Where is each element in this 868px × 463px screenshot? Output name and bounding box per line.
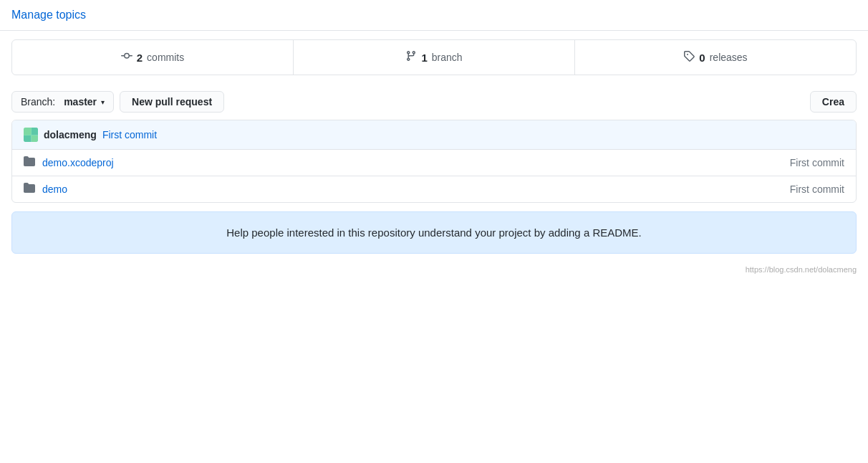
file-name-link[interactable]: demo [42,183,783,195]
tags-label: releases [710,52,748,63]
commit-author: dolacmeng [44,129,97,140]
readme-banner: Help people interested in this repositor… [11,211,857,254]
readme-banner-text: Help people interested in this repositor… [226,226,642,239]
folder-icon [24,156,35,170]
file-commit-message: First commit [790,183,844,195]
watermark-text: https://blog.csdn.net/dolacmeng [746,265,857,274]
file-name-link[interactable]: demo.xcodeproj [42,157,783,168]
branch-label: Branch: [21,96,55,108]
branch-selector[interactable]: Branch: master ▾ [11,91,114,113]
file-rows-container: demo.xcodeproj First commit demo First c… [12,150,856,202]
new-pull-request-button[interactable]: New pull request [120,91,224,113]
chevron-down-icon: ▾ [101,98,105,106]
commits-label: commits [147,52,184,63]
watermark: https://blog.csdn.net/dolacmeng [0,262,868,277]
branches-count: 1 [421,52,427,64]
folder-icon [24,182,35,196]
tags-count: 0 [699,52,705,64]
branches-label: branch [432,52,463,63]
table-row: demo.xcodeproj First commit [12,150,856,176]
tags-icon [683,50,695,65]
stats-bar: 2 commits 1 branch 0 releases [11,39,857,75]
tags-stat[interactable]: 0 releases [575,40,856,75]
table-row: demo First commit [12,176,856,202]
commits-stat[interactable]: 2 commits [12,40,294,75]
manage-topics-link[interactable]: Manage topics [11,9,86,21]
action-row: Branch: master ▾ New pull request Crea [0,84,868,120]
create-button[interactable]: Crea [810,91,857,113]
file-table: dolacmeng First commit demo.xcodeproj Fi… [11,120,857,203]
commit-message-link[interactable]: First commit [102,129,157,140]
commits-icon [121,50,132,65]
branch-name: master [64,96,97,108]
commit-header: dolacmeng First commit [12,120,856,150]
file-commit-message: First commit [790,157,844,168]
branches-stat[interactable]: 1 branch [294,40,575,75]
manage-topics-section: Manage topics [0,0,868,31]
commits-count: 2 [137,52,143,64]
avatar [24,128,38,142]
branches-icon [405,50,417,65]
